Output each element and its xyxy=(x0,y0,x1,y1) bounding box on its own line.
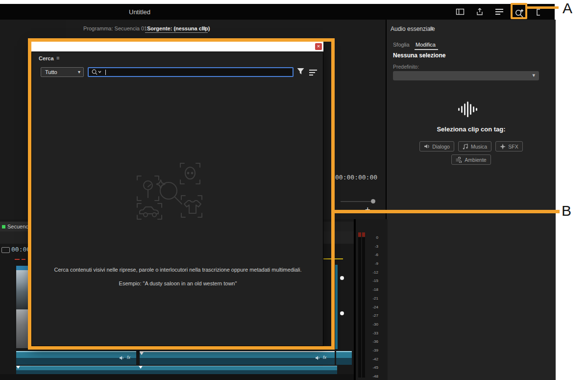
tag-row-1: Dialogo Musica SFX xyxy=(387,141,556,152)
panel-toggle-icon[interactable] xyxy=(535,8,543,18)
meter-scale-label: -15 xyxy=(368,279,378,283)
tab-edit-underline xyxy=(415,49,438,50)
meter-scale-label: -9 xyxy=(368,261,378,266)
keyframe-handle-2[interactable] xyxy=(340,311,344,315)
meter-clip-indicator-right[interactable] xyxy=(362,232,365,237)
audio-clip-a2[interactable] xyxy=(16,366,337,375)
source-panel-menu-icon[interactable]: ≡ xyxy=(202,25,206,32)
annotation-box-dialog xyxy=(28,38,335,350)
speaker-icon xyxy=(315,355,320,360)
tag-music-button[interactable]: Musica xyxy=(458,141,491,152)
audio-clip-a1-tail[interactable] xyxy=(336,351,352,365)
meter-scale-label: -12 xyxy=(368,270,378,275)
meter-bar-right xyxy=(362,237,365,378)
tag-ambience-label: Ambiente xyxy=(465,157,486,163)
essential-sound-menu-icon[interactable]: ≡ xyxy=(430,25,433,32)
meter-scale-label: -24 xyxy=(368,305,378,309)
meter-scale-label: -36 xyxy=(368,339,378,344)
dialogue-icon xyxy=(424,144,430,149)
app-title: Untitled xyxy=(129,8,150,16)
audio-clip-a1-right[interactable]: fx xyxy=(140,351,335,365)
meter-scale-label: -42 xyxy=(368,357,378,361)
workspaces-icon[interactable] xyxy=(456,8,465,18)
tab-edit[interactable]: Modifica xyxy=(416,42,436,48)
preset-dropdown[interactable]: ▾ xyxy=(393,71,539,80)
tag-heading: Seleziona clip con tag: xyxy=(387,126,556,133)
tab-program-monitor[interactable]: Programma: Secuencia 01 xyxy=(83,25,147,31)
meter-scale-label: -48 xyxy=(368,374,378,379)
meter-scale-label: -3 xyxy=(368,244,378,249)
marker-red-1 xyxy=(15,259,20,260)
clip-edit-marker xyxy=(140,352,144,355)
tag-row-2: Ambiente xyxy=(387,154,556,165)
meter-scale: 0-3-6-9-12-15-18-21-24-27-30-33-36-39-42… xyxy=(368,235,378,379)
timeline-footer xyxy=(0,374,354,380)
preset-label: Predefinito: xyxy=(393,64,419,70)
video-clip-sliver xyxy=(335,265,338,349)
source-tab-underline xyxy=(145,32,208,33)
export-share-icon[interactable] xyxy=(475,7,484,18)
meter-scale-label: -6 xyxy=(368,253,378,257)
tag-music-label: Musica xyxy=(471,144,487,150)
annotation-label-a: A xyxy=(563,0,572,17)
app-titlebar: Untitled xyxy=(0,4,555,20)
speaker-icon xyxy=(119,355,124,360)
sfx-icon xyxy=(500,144,506,150)
audio-meters-panel: 0-3-6-9-12-15-18-21-24-27-30-33-36-39-42… xyxy=(354,219,388,380)
waveform-icon xyxy=(457,101,480,120)
annotation-line-a xyxy=(527,6,559,9)
meter-scale-label: 0 xyxy=(368,235,378,240)
meter-scale-label: -45 xyxy=(368,365,378,370)
quick-export-icon[interactable] xyxy=(495,8,504,17)
tag-sfx-label: SFX xyxy=(508,144,518,150)
meter-scale-label: -18 xyxy=(368,287,378,292)
annotation-label-b: B xyxy=(562,203,571,219)
ambience-icon xyxy=(456,157,462,163)
program-timecode: 00:00:00:00 xyxy=(335,174,377,181)
meter-scale-label: -27 xyxy=(368,313,378,318)
fx-badge[interactable]: fx xyxy=(127,355,130,360)
timecode-badge-icon xyxy=(1,247,10,253)
tab-source-monitor[interactable]: Sorgente: (nessuna clip) xyxy=(147,25,210,31)
chevron-down-icon: ▾ xyxy=(532,72,535,78)
screenshot-root: Untitled Programma: Secuenc xyxy=(0,0,588,380)
clip-edit-marker xyxy=(16,366,20,369)
audio-clip-a1-left[interactable]: fx xyxy=(16,351,136,365)
annotation-line-b xyxy=(331,210,560,213)
meter-scale-label: -30 xyxy=(368,322,378,327)
clip-edit-marker xyxy=(139,366,143,369)
essential-sound-title[interactable]: Audio essenziale xyxy=(391,25,435,32)
marker-red-2 xyxy=(22,259,25,260)
sequence-active-dot xyxy=(2,225,5,228)
essential-sound-panel: Audio essenziale ≡ Sfoglia Modifica Ness… xyxy=(386,20,556,380)
zoom-slider-track[interactable] xyxy=(341,201,371,202)
music-icon xyxy=(463,144,468,150)
tab-browse[interactable]: Sfoglia xyxy=(393,42,410,48)
tag-dialogue-label: Dialogo xyxy=(432,144,450,150)
meter-scale-label: -33 xyxy=(368,331,378,335)
annotation-box-a xyxy=(511,3,527,19)
meter-clip-indicator-left[interactable] xyxy=(358,232,361,237)
tag-ambience-button[interactable]: Ambiente xyxy=(451,154,490,165)
meter-scale-label: -39 xyxy=(368,348,378,353)
tag-dialogue-button[interactable]: Dialogo xyxy=(419,141,454,152)
fx-badge[interactable]: fx xyxy=(323,355,326,360)
tag-sfx-button[interactable]: SFX xyxy=(495,141,522,152)
zoom-slider-knob[interactable] xyxy=(371,199,375,203)
meter-scale-label: -21 xyxy=(368,296,378,301)
keyframe-handle-1[interactable] xyxy=(340,276,344,280)
no-selection-text: Nessuna selezione xyxy=(393,52,445,59)
meter-bar-left xyxy=(358,237,361,378)
